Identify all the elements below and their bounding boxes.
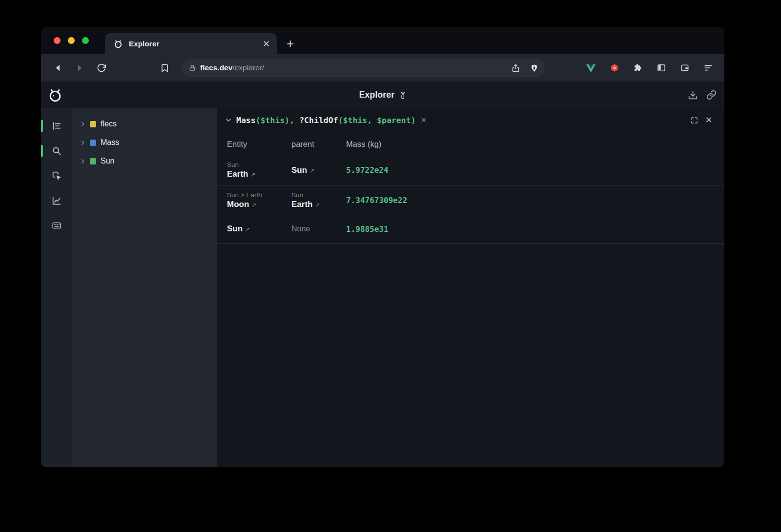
tree-view-icon [51,121,62,131]
rail-item-entity-tree[interactable] [41,116,72,136]
parent-cell: Sun Earth ↗ [291,191,346,209]
rail-item-inspect[interactable] [41,166,72,185]
mass-value: 5.9722e24 [346,165,724,175]
back-button[interactable] [47,58,69,78]
collapse-chevron-icon[interactable] [222,116,235,124]
flecs-logo-icon [47,87,63,103]
extensions-puzzle-icon[interactable] [628,58,648,78]
chevron-right-icon[interactable] [80,140,85,145]
external-link-icon: ↗ [250,171,255,178]
keyboard-icon [51,220,62,231]
parent-cell: None [291,225,346,233]
app-header: Explorer [41,82,724,108]
tree-item-flecs[interactable]: flecs [72,115,217,133]
entity-link[interactable]: Sun ↗ [227,224,291,234]
lock-icon [189,64,196,71]
expand-fullscreen-icon[interactable] [687,116,701,124]
entity-cell: Sun Earth ↗ [227,161,291,179]
external-link-icon: ↗ [309,167,314,174]
page-title: Explorer [359,90,395,100]
mass-value: 1.9885e31 [346,225,724,234]
vue-devtools-icon[interactable] [581,58,601,78]
sidebar-toggle-icon[interactable] [651,58,671,78]
parent-path: Sun [291,191,346,199]
brave-shield-icon[interactable] [530,63,539,73]
tab-bar: Explorer ✕ + [41,27,724,54]
tree-item-label: Mass [101,138,119,147]
remote-connection-icon[interactable] [399,90,406,100]
url-divider [525,62,525,73]
column-header-parent: parent [291,140,346,149]
component-color-swatch [90,140,96,146]
url-text: flecs.dev/explorer/ [200,63,264,72]
entity-tree-panel: flecs Mass Sun [72,108,217,467]
column-header-entity: Entity [227,140,291,149]
browser-window: Explorer ✕ + [41,27,724,467]
navigation-bar: flecs.dev/explorer/ [41,54,724,82]
table-row: Sun > Earth Moon ↗ Sun Earth ↗ 7.3476730… [217,186,724,216]
entity-cell: Sun > Earth Moon ↗ [227,191,291,209]
tree-item-sun[interactable]: Sun [72,152,217,170]
traffic-lights [54,37,89,44]
url-domain: flecs.dev [200,63,232,72]
table-row: Sun Earth ↗ Sun ↗ 5.9722e24 [217,156,724,186]
link-icon[interactable] [706,90,717,100]
tree-item-label: flecs [101,120,117,128]
icon-rail [41,108,72,467]
entity-link[interactable]: Earth ↗ [227,169,291,179]
tab-favicon-flecs-icon [113,39,123,49]
download-icon[interactable] [688,90,698,100]
close-query-icon[interactable]: ✕ [701,115,716,125]
url-path: /explorer/ [232,63,264,72]
inspect-cursor-icon [51,170,62,181]
tree-item-mass[interactable]: Mass [72,133,217,152]
new-tab-button[interactable]: + [277,33,294,54]
tab-title: Explorer [129,40,257,48]
app-header-actions [688,90,717,100]
zoom-window-button[interactable] [82,37,89,44]
parent-link[interactable]: Earth ↗ [291,200,346,209]
wallet-icon[interactable] [675,58,695,78]
minimize-window-button[interactable] [68,37,75,44]
chevron-right-icon[interactable] [80,122,85,127]
tab-explorer[interactable]: Explorer ✕ [105,33,277,54]
parent-link[interactable]: Sun ↗ [291,165,346,175]
stats-chart-icon [51,195,62,206]
external-link-icon: ↗ [315,202,320,208]
tab-close-icon[interactable]: ✕ [263,40,270,48]
url-bar[interactable]: flecs.dev/explorer/ [181,59,545,77]
page-title-wrap: Explorer [359,90,407,100]
results-table-header: Entity parent Mass (kg) [217,132,724,156]
column-header-mass: Mass (kg) [346,140,724,149]
close-window-button[interactable] [54,37,61,44]
entity-cell: Sun ↗ [227,224,291,234]
content-area: flecs Mass Sun [41,108,724,467]
entity-path: Sun > Earth [227,191,291,199]
rail-item-commands[interactable] [41,216,72,235]
query-header: Mass($this), ?ChildOf($this, $parent) × … [217,108,724,132]
parent-cell: Sun ↗ [291,165,346,175]
tree-item-label: Sun [101,157,114,165]
rail-item-stats[interactable] [41,191,72,210]
mass-value: 7.34767309e22 [346,196,724,205]
entity-color-swatch [90,158,96,164]
parent-none: None [291,225,346,233]
rail-item-query[interactable] [41,141,72,161]
bookmark-icon[interactable] [154,58,175,78]
search-icon [51,145,62,156]
module-color-swatch [90,121,96,127]
entity-link[interactable]: Moon ↗ [227,200,291,209]
reload-button[interactable] [90,58,112,78]
share-icon[interactable] [511,63,520,73]
query-panel: Mass($this), ?ChildOf($this, $parent) × … [217,108,724,467]
table-row: Sun ↗ None 1.9885e31 [217,216,724,244]
menu-icon[interactable] [698,58,718,78]
query-clear-icon[interactable]: × [421,115,427,125]
hexagon-extension-icon[interactable] [604,58,624,78]
entity-path: Sun [227,161,291,168]
chevron-right-icon[interactable] [80,159,85,164]
extension-icons [581,58,718,78]
forward-button[interactable] [69,58,90,78]
query-expression[interactable]: Mass($this), ?ChildOf($this, $parent) [236,116,416,125]
external-link-icon: ↗ [245,226,250,233]
